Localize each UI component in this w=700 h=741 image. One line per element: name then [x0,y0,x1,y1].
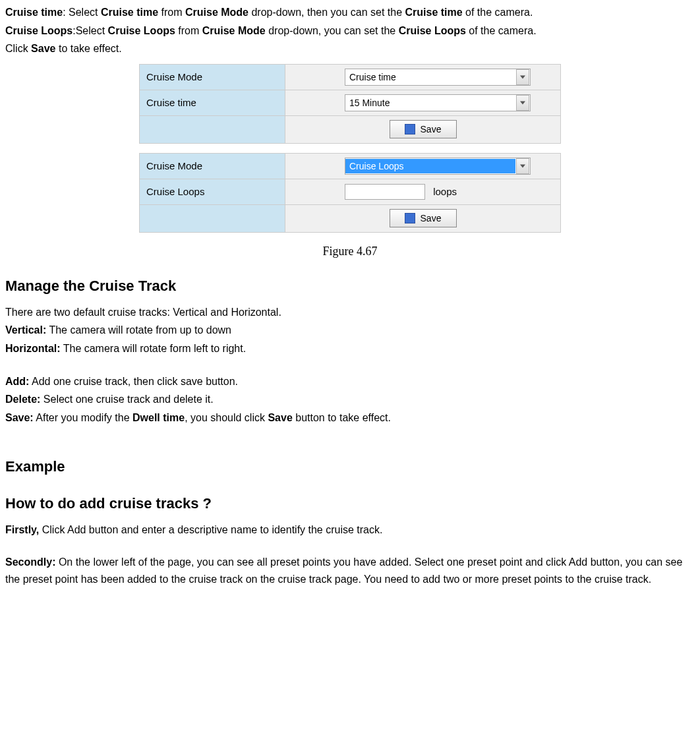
select-text: Cruise Loops [345,159,515,173]
text: Click Add button and enter a descriptive… [39,524,382,535]
chevron-down-icon [516,158,529,174]
svg-marker-2 [520,164,525,167]
table-row: Cruise Loops loops [140,179,560,204]
save-icon [405,213,415,223]
select-text: 15 Minute [345,96,515,110]
text: from [158,7,185,18]
vertical-term: Vertical: [5,324,46,336]
cruise-time-term: Cruise time [5,7,63,18]
manage-heading: Manage the Cruise Track [5,274,695,297]
text: of the camera. [466,25,537,36]
text: from [175,25,202,36]
text: , you should click [185,412,268,423]
cruise-time-value-cell: 15 Minute [285,90,560,115]
svg-marker-1 [520,101,525,104]
cruise-mode-select[interactable]: Cruise time [345,69,531,86]
text: button to take effect. [293,412,391,423]
cruise-loops-value-cell: loops [285,179,560,204]
save-term: Save: [5,412,34,423]
empty-label [140,116,285,143]
chevron-down-icon [516,69,529,85]
secondly-paragraph: Secondly: On the lower left of the page,… [5,554,695,587]
chevron-down-icon [516,95,529,111]
text: Select one cruise track and delete it. [40,394,213,405]
table-row: Cruise Mode Cruise time [140,65,560,90]
table-row: Cruise Mode Cruise Loops [140,154,560,179]
select-text: Cruise time [345,70,515,84]
cruise-time-panel: Cruise Mode Cruise time Cruise time 15 M… [139,64,561,144]
table-row: Save [140,116,560,143]
save-btn-term: Save [268,412,292,423]
add-term: Add: [5,376,29,387]
save-button[interactable]: Save [390,209,457,227]
text: of the camera. [463,7,533,18]
cruise-loops-paragraph: Cruise Loops:Select Cruise Loops from Cr… [5,22,695,40]
text: Click [5,43,31,54]
cruise-loops-term: Cruise Loops [5,25,73,36]
save-cell: Save [285,205,560,232]
vertical-paragraph: Vertical: The camera will rotate from up… [5,322,695,339]
save-button-label: Save [421,211,442,225]
cruise-loops-panel: Cruise Mode Cruise Loops Cruise Loops lo… [139,153,561,233]
cruise-mode-value-cell: Cruise Loops [285,154,560,179]
cruise-loops-label: Cruise Loops [140,179,285,204]
save-term: Save [31,43,55,54]
horizontal-term: Horizontal: [5,343,61,354]
text: The camera will rotate from up to down [46,324,231,336]
cruise-mode-label: Cruise Mode [140,154,285,179]
text: Add one cruise track, then click save bu… [29,376,238,387]
text: On the lower left of the page, you can s… [5,556,682,585]
cruise-time-select[interactable]: 15 Minute [345,94,531,111]
empty-label [140,205,285,232]
dwell-time-term: Dwell time [132,412,185,423]
figure-caption: Figure 4.67 [5,242,695,261]
cruise-mode-label: Cruise Mode [140,65,285,90]
spacer [5,359,695,373]
cruise-time-paragraph: Cruise time: Select Cruise time from Cru… [5,4,695,21]
horizontal-paragraph: Horizontal: The camera will rotate form … [5,340,695,357]
figure-area: Cruise Mode Cruise time Cruise time 15 M… [139,64,561,233]
cruise-time-term: Cruise time [101,7,158,18]
text: :Select [73,25,107,36]
text: drop-down, then you can set the [248,7,405,18]
cruise-mode-term: Cruise Mode [185,7,248,18]
cruise-loops-term: Cruise Loops [108,25,175,36]
manage-intro: There are two default cruise tracks: Ver… [5,304,695,321]
cruise-time-term: Cruise time [405,7,462,18]
cruise-loops-input[interactable] [345,184,425,200]
spacer [5,539,695,554]
save-icon [405,124,415,134]
spacer [5,427,695,442]
delete-paragraph: Delete: Select one cruise track and dele… [5,391,695,408]
save-button[interactable]: Save [390,120,457,138]
text: drop-down, you can set the [266,25,399,36]
cruise-loops-term: Cruise Loops [399,25,466,36]
add-paragraph: Add: Add one cruise track, then click sa… [5,373,695,390]
svg-marker-0 [520,75,525,78]
text: : Select [63,7,101,18]
secondly-term: Secondly: [5,556,55,568]
cruise-mode-select[interactable]: Cruise Loops [345,158,531,175]
save-button-label: Save [421,122,442,136]
text: After you modify the [34,412,132,423]
firstly-term: Firstly, [5,524,39,535]
example-heading: Example [5,455,695,478]
cruise-time-label: Cruise time [140,90,285,115]
loops-suffix: loops [433,184,457,200]
text: to take effect. [55,43,121,54]
table-row: Cruise time 15 Minute [140,90,560,115]
table-row: Save [140,205,560,232]
firstly-paragraph: Firstly, Click Add button and enter a de… [5,521,695,539]
save-paragraph: Save: After you modify the Dwell time, y… [5,409,695,427]
save-cell: Save [285,116,560,143]
cruise-mode-value-cell: Cruise time [285,65,560,90]
howto-heading: How to do add cruise tracks ? [5,492,695,515]
delete-term: Delete: [5,394,40,405]
text: The camera will rotate form left to righ… [61,343,247,354]
cruise-mode-term: Cruise Mode [202,25,266,36]
click-save-paragraph: Click Save to take effect. [5,40,695,57]
